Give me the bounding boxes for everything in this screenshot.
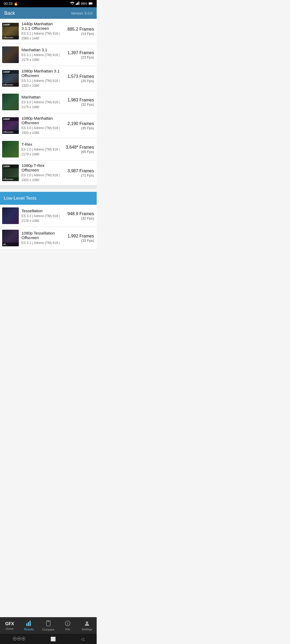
bench-fps-manhattan-1440: (14 Fps) [64,32,94,36]
bench-subtitle-tessellation: ES 3.1 | Adreno (TM) 618 | 2179 x 1080 [21,214,62,223]
bench-subtitle-manhattan-1080-offscreen: ES 3.1 | Adreno (TM) 618 | 1920 x 1080 [21,78,62,88]
bench-fps-tessellation: (32 Fps) [64,216,94,220]
bench-score-manhattan-1440: 885.2 Frames(14 Fps) [64,27,94,36]
bench-frames-manhattan-31: 1,397 Frames [64,50,94,55]
bench-title-manhattan-1440: 1440p Manhattan 3.1.1 Offscreen [21,21,62,31]
bench-item-manhattan-1080-off[interactable]: 1080POffscreen1080p Manhattan OffscreenE… [0,113,97,138]
status-time-area: 00:33 🔥 [4,2,18,6]
bench-item-manhattan-1080-offscreen[interactable]: 1080POffscreen1080p Manhattan 3.1 Offscr… [0,66,97,91]
wifi-icon [70,2,74,6]
bench-score-trex-1080: 3,987 Frames(71 Fps) [64,169,94,177]
status-right-area: 98% [70,2,93,6]
battery-icon [89,2,93,6]
bench-score-trex: 3,648* Frames(65 Fps) [64,145,94,154]
bench-fps-trex-1080: (71 Fps) [64,173,94,177]
bench-frames-trex-1080: 3,987 Frames [64,169,94,173]
bench-title-tessellation: Tessellation [21,208,62,213]
bench-info-trex-1080: 1080p T-Rex OffscreenES 2.0 | Adreno (TM… [21,163,62,182]
section-gap [0,185,97,189]
bench-frames-trex: 3,648* Frames [64,145,94,150]
bench-frames-tessellation-1080: 1,992 Frames [64,234,94,239]
signal-icon [76,2,79,6]
bench-score-tessellation: 948.9 Frames(32 Fps) [64,211,94,220]
bench-item-trex-1080[interactable]: 1080POffscreen1080p T-Rex OffscreenES 2.… [0,160,97,185]
svg-rect-4 [78,2,79,5]
bench-score-manhattan: 1,983 Frames(32 Fps) [64,98,94,107]
svg-rect-5 [79,2,79,5]
bench-title-manhattan: Manhattan [21,95,62,99]
bench-thumb-manhattan-1440: 1440POffscreen [2,23,19,39]
bench-fps-manhattan-31: (23 Fps) [64,55,94,59]
status-time: 00:33 [4,2,13,6]
low-level-list: TessellationES 3.1 | Adreno (TM) 618 | 2… [0,205,97,249]
svg-rect-7 [89,3,92,4]
status-bar: 00:33 🔥 98% [0,0,97,7]
bench-title-manhattan-1080-offscreen: 1080p Manhattan 3.1 Offscreen [21,69,62,78]
bench-thumb-manhattan [2,94,19,110]
bench-title-manhattan-31: Manhattan 3.1 [21,47,62,52]
bench-frames-manhattan: 1,983 Frames [64,98,94,103]
bench-subtitle-trex: ES 2.0 | Adreno (TM) 618 | 2179 x 1080 [21,147,62,157]
bench-info-manhattan-1080-off: 1080p Manhattan OffscreenES 3.0 | Adreno… [21,116,62,135]
bench-item-tessellation[interactable]: TessellationES 3.1 | Adreno (TM) 618 | 2… [0,205,97,227]
bench-item-tessellation-1080[interactable]: off...1080p Tessellation OffscreenES 3.1… [0,227,97,249]
bench-frames-manhattan-1080-offscreen: 1,573 Frames [64,74,94,79]
bench-thumb-trex-1080: 1080POffscreen [2,164,19,181]
bench-info-manhattan-1440: 1440p Manhattan 3.1.1 OffscreenES 3.1 | … [21,21,62,41]
bench-frames-manhattan-1440: 885.2 Frames [64,27,94,32]
bench-frames-manhattan-1080-off: 2,190 Frames [64,121,94,126]
bench-thumb-manhattan-1080-off: 1080POffscreen [2,117,19,134]
bench-info-manhattan-1080-offscreen: 1080p Manhattan 3.1 OffscreenES 3.1 | Ad… [21,69,62,88]
benchmark-list: 1440POffscreen1440p Manhattan 3.1.1 Offs… [0,19,97,185]
bench-thumb-tessellation-1080: off... [2,230,19,246]
bench-subtitle-manhattan-1080-off: ES 3.0 | Adreno (TM) 618 | 1920 x 1080 [21,126,62,135]
svg-rect-8 [92,3,93,4]
bench-info-tessellation: TessellationES 3.1 | Adreno (TM) 618 | 2… [21,208,62,223]
svg-rect-2 [77,3,77,5]
bench-fps-trex: (65 Fps) [64,150,94,154]
svg-rect-1 [76,4,77,5]
bench-info-manhattan: ManhattanES 3.0 | Adreno (TM) 618 | 2179… [21,95,62,109]
bench-thumb-manhattan-1080-offscreen: 1080POffscreen [2,70,19,87]
bench-info-manhattan-31: Manhattan 3.1ES 3.1 | Adreno (TM) 618 | … [21,47,62,62]
version-text: Version: 5.0.0 [71,11,93,15]
svg-rect-3 [77,2,78,5]
bench-subtitle-manhattan-31: ES 3.1 | Adreno (TM) 618 | 2179 x 1080 [21,53,62,62]
bench-title-trex: T-Rex [21,142,62,147]
bench-subtitle-tessellation-1080: ES 3.1 | Adreno (TM) 618 | [21,240,62,245]
bench-info-trex: T-RexES 2.0 | Adreno (TM) 618 | 2179 x 1… [21,142,62,157]
svg-point-0 [72,4,73,5]
bench-fps-manhattan: (32 Fps) [64,103,94,107]
flame-icon: 🔥 [14,2,18,6]
bench-fps-tessellation-1080: (33 Fps) [64,239,94,243]
back-button[interactable]: Back [4,10,15,16]
low-level-section-header: Low-Level Tests [0,192,97,205]
bench-thumb-tessellation [2,207,19,224]
bench-score-manhattan-31: 1,397 Frames(23 Fps) [64,50,94,59]
battery-pct: 98% [81,2,87,6]
top-bar: Back Version: 5.0.0 [0,7,97,19]
bench-item-trex[interactable]: T-RexES 2.0 | Adreno (TM) 618 | 2179 x 1… [0,138,97,160]
bench-subtitle-manhattan-1440: ES 3.1 | Adreno (TM) 618 | 2560 x 1440 [21,31,62,41]
bench-subtitle-trex-1080: ES 2.0 | Adreno (TM) 618 | 1920 x 1080 [21,173,62,182]
bench-title-trex-1080: 1080p T-Rex Offscreen [21,163,62,172]
bench-score-manhattan-1080-offscreen: 1,573 Frames(25 Fps) [64,74,94,83]
bench-subtitle-manhattan: ES 3.0 | Adreno (TM) 618 | 2179 x 1080 [21,100,62,109]
bench-title-tessellation-1080: 1080p Tessellation Offscreen [21,231,62,240]
bench-info-tessellation-1080: 1080p Tessellation OffscreenES 3.1 | Adr… [21,231,62,245]
bench-fps-manhattan-1080-offscreen: (25 Fps) [64,79,94,83]
bench-thumb-manhattan-31 [2,46,19,63]
bench-title-manhattan-1080-off: 1080p Manhattan Offscreen [21,116,62,125]
bench-score-manhattan-1080-off: 2,190 Frames(35 Fps) [64,121,94,130]
bench-thumb-trex [2,141,19,158]
bench-item-manhattan[interactable]: ManhattanES 3.0 | Adreno (TM) 618 | 2179… [0,91,97,113]
bench-fps-manhattan-1080-off: (35 Fps) [64,126,94,130]
bench-item-manhattan-31[interactable]: Manhattan 3.1ES 3.1 | Adreno (TM) 618 | … [0,44,97,66]
bench-frames-tessellation: 948.9 Frames [64,211,94,216]
bench-item-manhattan-1440[interactable]: 1440POffscreen1440p Manhattan 3.1.1 Offs… [0,19,97,44]
bench-score-tessellation-1080: 1,992 Frames(33 Fps) [64,234,94,243]
